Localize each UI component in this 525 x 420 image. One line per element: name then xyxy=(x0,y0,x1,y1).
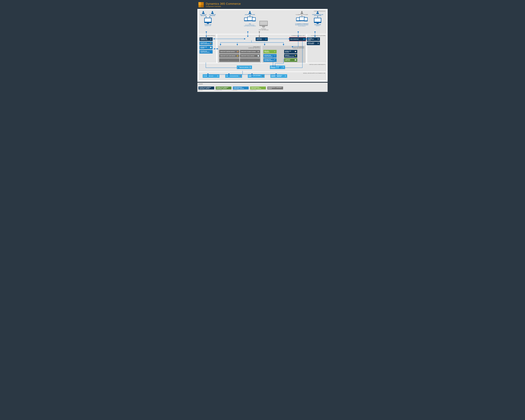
card-label: RATINGS AND REVIEWS xyxy=(285,51,295,53)
card--: ... xyxy=(219,58,239,62)
card-label: ... xyxy=(220,60,236,61)
page-subtitle: Component Overview xyxy=(206,5,241,7)
card-dynamics-365-fraud-protection: DYNAMICS 365 FRAUD PROTECTION🛡 xyxy=(263,54,277,58)
legend-status: AVAILABLE xyxy=(198,90,214,91)
card-icon: 💡 xyxy=(295,55,296,57)
globe-icon: 🌐 xyxy=(265,38,267,40)
card-icon: 📄 xyxy=(257,55,259,57)
device-storefront xyxy=(296,17,308,22)
card-icon: ⚙ xyxy=(284,75,286,77)
legend-item: NON-MICROSOFT COMPONENT / SERVICE xyxy=(267,86,283,91)
arrow-down-icon xyxy=(206,17,207,18)
legend-swatch: DYNAMICS 365 COMMERCE COMPONENT / SERVIC… xyxy=(198,86,214,89)
card-common-data-service: COMMON DATA SERVICE🗄 xyxy=(237,65,252,69)
card-label: COMMERCE ANALYTICS xyxy=(285,59,295,61)
card-label: DYNAMICS 365 COMMERCE HQ xyxy=(200,38,210,40)
card-web-storefront: WEB STOREFRONT 🌐 xyxy=(290,37,306,41)
card-icon: 📦 xyxy=(210,42,212,44)
card-dynamics-365-finance: DYNAMICS 365 FINANCE📊 xyxy=(199,46,213,49)
card-label: DYNAMICS 365 SALES xyxy=(204,75,217,76)
card-digital-asset-management: DIGITAL ASSET MANAGEMENT🗄 xyxy=(307,42,320,45)
card-dynamics-365-marketing: DYNAMICS 365 MARKETING📣 xyxy=(225,74,242,78)
persona-content-author: CONTENT AUTHOR AND SITE MANAGER xyxy=(312,11,323,16)
card-label: AZURE DATA LAKE STORAGE xyxy=(271,66,282,68)
card-icon: 🚚 xyxy=(236,51,238,53)
card-label: DYNAMICS 365 HUMAN RESOURCES xyxy=(200,51,210,53)
device-label: DYNAMICS 365 xyxy=(205,24,211,25)
section-back-office: BACK OFFICE DYNAMICS 365 COMMERCE HQ⚙DYN… xyxy=(198,34,216,63)
card-commerce-scale-unit: COMMERCE SCALE UNIT 🌐 xyxy=(256,37,268,41)
legend-status: COMING SOON xyxy=(216,90,231,91)
sub-third-party: THIRD-PARTY SURROUND SERVICES THIRD-PART… xyxy=(218,46,261,63)
card-icon: b xyxy=(274,51,276,53)
legend-item: OTHER MICROSOFT COMPONENT / SERVICECOMIN… xyxy=(250,86,266,91)
legend-status: AVAILABLE xyxy=(233,90,249,91)
persona-instore: IN-STORE EMPLOYEE xyxy=(245,11,255,15)
card-label: THIRD-PARTY PAYMENT GATEWAY xyxy=(241,51,257,52)
card-icon: 🎧 xyxy=(262,75,264,77)
device-sublabel: WEBSITE / APP xyxy=(205,25,211,26)
person-icon xyxy=(248,11,252,14)
page-title: Dynamics 365 Commerce xyxy=(206,2,241,5)
card-label: DYNAMICS 365 SUPPLY CHAIN MGMT xyxy=(200,42,210,44)
card-commerce-analytics: COMMERCE ANALYTICS📊 xyxy=(284,58,297,62)
card-icon: 🏛 xyxy=(257,51,259,53)
product-logo xyxy=(198,2,204,7)
arrow-down-icon xyxy=(209,17,210,18)
headset-person-icon xyxy=(211,11,214,14)
section-title: THIRD-PARTY SURROUND SERVICES xyxy=(248,46,260,49)
card-third-party-fiscal-service: THIRD-PARTY FISCAL SERVICE📄 xyxy=(240,54,260,58)
card-icon: 📣 xyxy=(239,75,241,77)
card-label: CONTENT MANAGEMENT STORE xyxy=(308,38,317,41)
section-ecp: E-COMMERCE PLATFORM WEB STOREFRONT 🌐 CON… xyxy=(307,34,327,63)
card-bing-for-commerce: BING FOR COMMERCEb xyxy=(263,50,277,54)
card-product-recommendations: PRODUCT RECOMMENDATIONS💡 xyxy=(284,54,297,58)
persona-ecommerce-customer: E-COMMERCE CUSTOMER xyxy=(296,11,308,15)
card-dynamics-365-human-resources: DYNAMICS 365 HUMAN RESOURCES👥 xyxy=(199,50,213,54)
card-icon: 🗄 xyxy=(249,66,251,68)
device-label: POS xyxy=(243,24,257,25)
persona-back-office: BACK OFFICE EMPLOYEE xyxy=(199,11,207,16)
card-icon: 🔍 xyxy=(274,59,276,61)
header: Dynamics 365 Commerce Component Overview xyxy=(195,0,330,9)
card-dynamics-365-sales: DYNAMICS 365 SALES◔ xyxy=(203,74,219,78)
section-title: UNIFIED DATA COMPONENTS xyxy=(309,64,325,65)
device-sublabel: BROWSER-HOSTED OR MOBILE-HOSTED WEBSITE xyxy=(295,25,309,27)
legend-swatch: OTHER MICROSOFT COMPONENT / SERVICE xyxy=(250,86,266,89)
card-label: DYNAMICS 365 CUSTOMER INSIGHTS xyxy=(264,59,274,61)
section-title: MODEL-DRIVEN APPS IN DYNAMICS 365 xyxy=(303,73,325,74)
legend-title: LEGEND xyxy=(198,84,327,85)
card-third-party-gift-card-service: THIRD-PARTY GIFT CARD SERVICE💳 xyxy=(219,54,239,58)
card-label: DYNAMICS 365 FRAUD PROTECTION xyxy=(264,55,274,57)
card-label: DIGITAL ASSET MANAGEMENT xyxy=(308,42,317,44)
card-icon: ◔ xyxy=(217,75,219,77)
device-sitebuilder xyxy=(314,18,321,23)
globe-icon: 🌐 xyxy=(303,38,305,40)
section-mda: MODEL-DRIVEN APPS IN DYNAMICS 365 DYNAMI… xyxy=(198,72,327,80)
card-icon xyxy=(257,59,259,61)
section-udc: UNIFIED DATA COMPONENTS COMMON DATA SERV… xyxy=(198,63,327,72)
diagram-canvas: USER EXPERIENCES BACK OFFICE EMPLOYEE CA… xyxy=(197,9,328,82)
card-icon: ⚙ xyxy=(210,38,212,40)
card-label: DYNAMICS 365 MARKETING xyxy=(226,75,239,76)
arrow-down-icon xyxy=(301,16,302,17)
device-external xyxy=(259,21,268,26)
card-label: THIRD-PARTY FISCAL SERVICE xyxy=(241,56,257,56)
device-pos xyxy=(244,17,256,22)
card-azure-data-lake-storage: AZURE DATA LAKE STORAGE🗄 xyxy=(270,65,285,69)
legend-item: DYNAMICS 365 COMMERCE COMPONENT / SERVIC… xyxy=(216,86,231,91)
card-third-party-shipping-service: THIRD-PARTY SHIPPING SERVICE🚚 xyxy=(219,50,239,54)
card-dynamics-365-customer-insights: DYNAMICS 365 CUSTOMER INSIGHTS🔍 xyxy=(263,58,277,62)
section-title: E-COMMERCE PLATFORM xyxy=(311,35,325,36)
card-icon: 💬 xyxy=(295,51,296,53)
section-title: COMMERCE SURROUND SERVICES xyxy=(292,46,304,49)
card-third-party-payment-gateway: THIRD-PARTY PAYMENT GATEWAY🏛 xyxy=(240,50,260,54)
card-dynamics-365-commerce-hq: DYNAMICS 365 COMMERCE HQ⚙ xyxy=(199,37,213,41)
card-label: DYNAMICS 365 FINANCE xyxy=(200,47,210,48)
card-label: COMMERCE SCALE UNIT xyxy=(256,38,265,40)
card-icon: 🗄 xyxy=(317,42,319,44)
card-label: COMMON DATA SERVICE xyxy=(238,67,249,68)
card-content-management-store: CONTENT MANAGEMENT STORE🗄 xyxy=(307,37,320,41)
card-icon: 📊 xyxy=(295,59,296,61)
card-icon: 👥 xyxy=(210,51,212,53)
